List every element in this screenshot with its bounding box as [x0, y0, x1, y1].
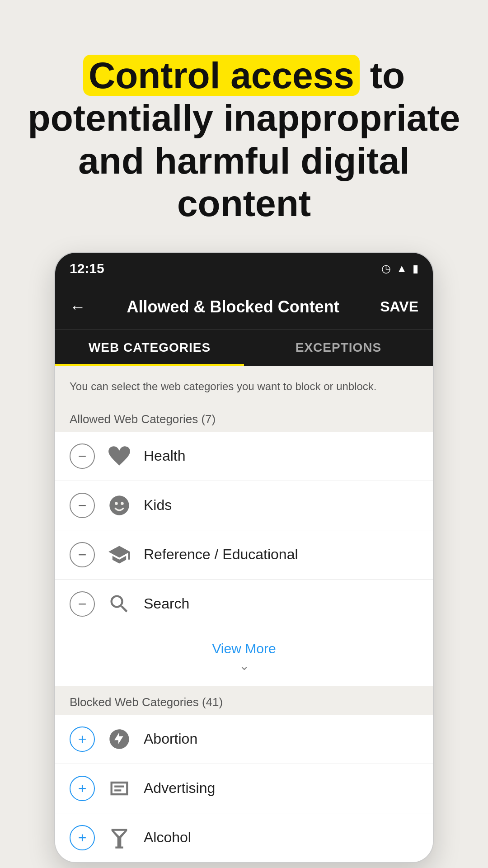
health-icon: [106, 443, 133, 470]
list-item: Search: [55, 580, 433, 628]
kids-icon: [106, 492, 133, 519]
svg-point-1: [115, 502, 118, 505]
search-icon: [106, 590, 133, 618]
app-bar: ← Allowed & Blocked Content SAVE: [55, 284, 433, 330]
content-area: You can select the web categories you wa…: [55, 366, 433, 862]
abortion-label: Abortion: [144, 731, 197, 747]
app-bar-title: Allowed & Blocked Content: [127, 297, 339, 316]
allowed-section-header: Allowed Web Categories (7): [55, 405, 433, 432]
status-bar: 12:15 ◷ ▲ ▮: [55, 253, 433, 284]
phone-mockup: 12:15 ◷ ▲ ▮ ← Allowed & Blocked Content …: [54, 252, 434, 863]
status-time: 12:15: [70, 261, 104, 276]
abortion-icon: [106, 726, 133, 753]
info-text: You can select the web categories you wa…: [55, 366, 433, 405]
toggle-abortion-button[interactable]: [70, 726, 95, 752]
health-label: Health: [144, 448, 186, 464]
toggle-health-button[interactable]: [70, 443, 95, 469]
save-button[interactable]: SAVE: [380, 298, 418, 315]
status-icons: ◷ ▲ ▮: [381, 262, 418, 275]
reference-label: Reference / Educational: [144, 546, 298, 563]
svg-point-2: [121, 502, 124, 505]
hero-title: Control access to potentially inappropri…: [27, 54, 461, 225]
toggle-kids-button[interactable]: [70, 493, 95, 518]
clock-icon: ◷: [381, 262, 391, 275]
hero-highlight: Control access: [83, 55, 360, 96]
list-item: Advertising: [55, 764, 433, 813]
list-item: Kids: [55, 481, 433, 530]
blocked-category-list: Abortion Advertising: [55, 715, 433, 862]
advertising-icon: [106, 775, 133, 802]
view-more-button[interactable]: View More: [212, 641, 276, 656]
wifi-icon: ▲: [396, 262, 407, 275]
toggle-advertising-button[interactable]: [70, 776, 95, 801]
back-button[interactable]: ←: [70, 297, 86, 316]
list-item: Abortion: [55, 715, 433, 764]
toggle-reference-button[interactable]: [70, 542, 95, 567]
toggle-alcohol-button[interactable]: [70, 825, 95, 850]
list-item: Reference / Educational: [55, 530, 433, 580]
search-label: Search: [144, 595, 189, 612]
list-item: Alcohol: [55, 813, 433, 862]
tab-web-categories[interactable]: WEB CATEGORIES: [55, 330, 244, 366]
toggle-search-button[interactable]: [70, 591, 95, 617]
alcohol-label: Alcohol: [144, 829, 191, 846]
allowed-category-list: Health Kids: [55, 432, 433, 628]
alcohol-icon: [106, 824, 133, 851]
blocked-section-header: Blocked Web Categories (41): [55, 686, 433, 715]
advertising-label: Advertising: [144, 780, 215, 797]
tab-exceptions[interactable]: EXCEPTIONS: [244, 330, 433, 366]
svg-point-0: [109, 495, 129, 515]
kids-label: Kids: [144, 497, 172, 514]
view-more-section: View More ⌄: [55, 628, 433, 686]
reference-icon: [106, 541, 133, 568]
chevron-down-icon: ⌄: [68, 658, 420, 673]
hero-section: Control access to potentially inappropri…: [0, 0, 488, 252]
list-item: Health: [55, 432, 433, 481]
battery-icon: ▮: [413, 262, 418, 275]
tab-bar: WEB CATEGORIES EXCEPTIONS: [55, 330, 433, 366]
